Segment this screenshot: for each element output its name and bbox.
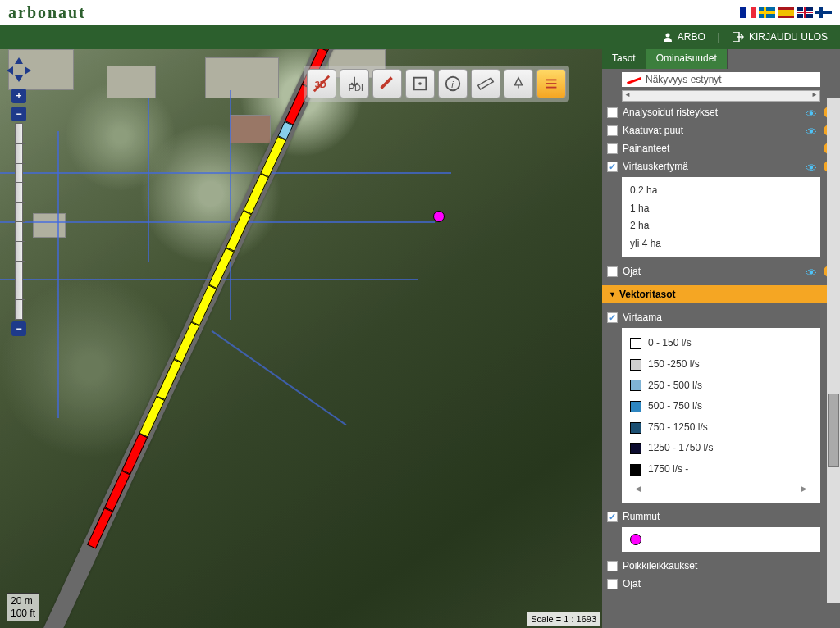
- logout-button[interactable]: KIRJAUDU ULOS: [733, 31, 828, 43]
- chk-flow[interactable]: [607, 312, 618, 323]
- label-flow: Virtaama: [623, 312, 835, 323]
- label-flow-accum: Virtauskertymä: [623, 161, 799, 172]
- legend-flow2: 250 - 500 l/s: [648, 377, 702, 395]
- tab-layers[interactable]: Tasot: [602, 49, 646, 69]
- tool-draw-disabled[interactable]: [372, 69, 402, 98]
- layer-culverts: Rummut: [607, 507, 835, 526]
- eye-icon[interactable]: 👁: [804, 125, 819, 135]
- swatch-flow0: [630, 338, 641, 349]
- legend-flow3: 500 - 750 l/s: [648, 398, 702, 416]
- language-flags: [740, 7, 832, 18]
- legend-flow6: 1750 l/s -: [648, 461, 688, 479]
- user-icon: [663, 32, 673, 42]
- tool-trees[interactable]: [504, 69, 533, 98]
- zoom-slider[interactable]: [15, 123, 23, 320]
- logout-label: KIRJAUDU ULOS: [749, 31, 828, 43]
- label-cross-sections: Poikkileikkaukset: [623, 560, 835, 571]
- map-toolbar: 3D PDF i: [304, 66, 569, 102]
- flag-es[interactable]: [778, 7, 794, 18]
- label-ditches: Ojat: [623, 266, 799, 277]
- eye-icon[interactable]: 👁: [804, 162, 819, 171]
- logout-icon: [733, 32, 744, 42]
- separator: |: [718, 31, 720, 43]
- layer-depressions: Painanteet ?: [607, 139, 835, 157]
- menu-bar: ARBO | KIRJAUDU ULOS: [0, 25, 840, 49]
- culvert-legend: [622, 527, 820, 552]
- label-depressions: Painanteet: [623, 143, 819, 154]
- label-falling-trees: Kaatuvat puut: [623, 125, 799, 136]
- flag-se[interactable]: [759, 7, 775, 18]
- layer-flow-accum: Virtauskertymä 👁 ?: [607, 157, 835, 175]
- scale-bar: 20 m 100 ft: [7, 593, 39, 621]
- map-canvas[interactable]: + − − 3D PDF i 20 m 100 ft Scale = 1 : 1…: [0, 49, 602, 628]
- tool-3d[interactable]: 3D: [307, 69, 336, 98]
- zoom-out-button[interactable]: −: [11, 321, 26, 336]
- scale-feet: 100 ft: [11, 608, 35, 619]
- side-panel: Tasot Ominaisuudet Näkyvyys estynyt Anal…: [602, 49, 840, 628]
- layer-cross-sections: Poikkileikkaukset: [607, 557, 835, 575]
- eye-icon[interactable]: 👁: [804, 266, 819, 276]
- label-culverts: Rummut: [623, 511, 835, 522]
- legend-2ha: 2 ha: [630, 217, 812, 235]
- swatch-flow5: [630, 443, 641, 454]
- svg-rect-9: [478, 78, 494, 89]
- pan-north[interactable]: [15, 57, 23, 64]
- tool-fullscreen[interactable]: [405, 69, 435, 98]
- swatch-flow3: [630, 401, 641, 412]
- zoom-out-step-button[interactable]: −: [11, 107, 26, 121]
- section-vector-layers[interactable]: Vektoritasot: [602, 285, 840, 303]
- chk-cross-sections[interactable]: [607, 561, 618, 571]
- scale-meters: 20 m: [11, 595, 35, 607]
- svg-point-0: [665, 34, 669, 38]
- svg-text:i: i: [451, 80, 454, 89]
- layer-flow: Virtaama: [607, 308, 835, 326]
- panel-tabs: Tasot Ominaisuudet: [602, 49, 840, 69]
- chk-ditches2[interactable]: [607, 579, 618, 589]
- swatch-flow1: [630, 359, 641, 371]
- swatch-flow2: [630, 380, 641, 391]
- panel-scrollbar[interactable]: [827, 98, 840, 603]
- flow-accum-legend: 0.2 ha 1 ha 2 ha yli 4 ha: [622, 177, 820, 257]
- tool-info[interactable]: i: [438, 69, 468, 98]
- pan-west[interactable]: [7, 66, 13, 75]
- layer-falling-trees: Kaatuvat puut 👁 ?: [607, 121, 835, 139]
- scrollbar-thumb[interactable]: [828, 394, 839, 467]
- prev-legend: Näkyvyys estynyt: [622, 72, 820, 87]
- eye-icon[interactable]: 👁: [804, 107, 819, 117]
- pan-south[interactable]: [15, 75, 23, 82]
- chk-depressions[interactable]: [607, 143, 618, 154]
- flag-fi[interactable]: [815, 7, 832, 18]
- legend-02ha: 0.2 ha: [630, 182, 812, 200]
- culvert-marker[interactable]: [433, 211, 445, 222]
- chk-intersections[interactable]: [607, 107, 618, 118]
- flag-fr[interactable]: [740, 7, 756, 18]
- layer-intersections: Analysoidut risteykset 👁 ?: [607, 103, 835, 121]
- label-intersections: Analysoidut risteykset: [623, 107, 799, 118]
- panel-content: Näkyvyys estynyt Analysoidut risteykset …: [602, 69, 840, 628]
- chk-falling-trees[interactable]: [607, 125, 618, 136]
- flag-gb[interactable]: [797, 7, 813, 18]
- legend-flow0: 0 - 150 l/s: [648, 334, 692, 353]
- tab-properties[interactable]: Ominaisuudet: [646, 49, 728, 69]
- chk-culverts[interactable]: [607, 512, 618, 522]
- legend-1ha: 1 ha: [630, 200, 812, 218]
- user-name: ARBO: [678, 31, 705, 43]
- tool-layers-panel[interactable]: [536, 69, 566, 98]
- chk-flow-accum[interactable]: [607, 162, 618, 172]
- pan-control: [7, 57, 31, 82]
- legend-scroll[interactable]: [622, 90, 820, 102]
- legend-flow1: 150 -250 l/s: [648, 356, 700, 374]
- zoom-in-button[interactable]: +: [11, 89, 26, 103]
- app-logo: arbonaut: [8, 3, 86, 22]
- layer-ditches: Ojat 👁 ?: [607, 262, 835, 280]
- swatch-culvert: [630, 534, 641, 545]
- tool-pdf[interactable]: PDF: [340, 69, 369, 98]
- tool-measure[interactable]: [471, 69, 500, 98]
- pan-east[interactable]: [25, 66, 31, 75]
- svg-point-6: [418, 82, 422, 85]
- chk-ditches[interactable]: [607, 266, 618, 277]
- legend-4ha: yli 4 ha: [630, 235, 812, 253]
- flow-legend: 0 - 150 l/s 150 -250 l/s 250 - 500 l/s 5…: [622, 328, 820, 503]
- top-bar: arbonaut: [0, 0, 840, 25]
- user-menu[interactable]: ARBO: [663, 31, 705, 43]
